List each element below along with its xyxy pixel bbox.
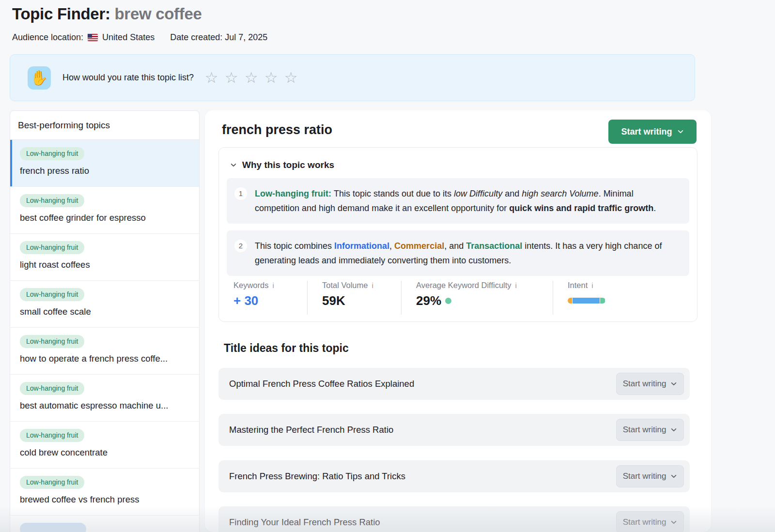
waving-hand-glyph: ✋ (30, 69, 48, 86)
total-volume-value: 59K (322, 293, 401, 308)
keywords-value: + 30 (233, 293, 307, 308)
sidebar-item-light-roast-coffees[interactable]: Low-hanging fruit light roast coffees (10, 234, 199, 281)
rating-banner: ✋ How would you rate this topic list? ☆ … (10, 54, 695, 101)
title-idea-text: Mastering the Perfect French Press Ratio (229, 425, 393, 435)
audience-location-label: Audience location: (12, 32, 83, 43)
header-meta: Audience location: United States Date cr… (12, 32, 448, 43)
topic-badge: Low-hanging fruit (20, 429, 84, 442)
topic-badge: Low-hanging fruit (20, 476, 84, 489)
title-idea-card: Optimal French Press Coffee Ratios Expla… (218, 368, 690, 400)
metric-keywords: Keywordsi + 30 (227, 281, 307, 315)
point2-text: , (389, 241, 394, 251)
title-idea-card: Finding Your Ideal French Press Ratio St… (218, 506, 690, 532)
date-created: Date created: Jul 7, 2025 (170, 32, 267, 43)
rating-stars: ☆ ☆ ☆ ☆ ☆ (202, 70, 301, 85)
chevron-down-icon (670, 473, 677, 480)
intent-informational: Informational (334, 241, 389, 251)
point2-text: This topic combines (255, 241, 334, 251)
chevron-down-icon (670, 519, 677, 526)
info-icon[interactable]: i (272, 281, 274, 289)
info-icon[interactable]: i (515, 281, 517, 289)
rating-question: How would you rate this topic list? (62, 73, 194, 83)
start-writing-button[interactable]: Start writing (616, 373, 684, 395)
point1-bold: quick wins and rapid traffic growth (509, 203, 653, 213)
star-icon[interactable]: ☆ (221, 70, 241, 85)
point-number: 2 (234, 240, 247, 252)
intent-segment-commercial (568, 298, 572, 304)
audience-location-value: United States (102, 32, 155, 43)
title-ideas-heading: Title ideas for this topic (224, 342, 349, 355)
metric-intent: Intenti (553, 281, 605, 315)
sidebar-item-partial[interactable] (10, 516, 199, 532)
page-title: Topic Finder: brew coffee (12, 5, 202, 23)
topic-label: brewed coffee vs french press (20, 494, 191, 505)
topic-label: best automatic espresso machine u... (20, 400, 191, 411)
start-writing-label: Start writing (623, 379, 666, 389)
sidebar-item-best-automatic-espresso-machine[interactable]: Low-hanging fruit best automatic espress… (10, 375, 199, 422)
why-topic-works-header[interactable]: Why this topic works (219, 148, 697, 170)
topic-badge: Low-hanging fruit (20, 288, 84, 301)
intent-label: Intent (568, 281, 588, 290)
point2-text: , and (444, 241, 466, 251)
start-writing-button[interactable]: Start writing (616, 465, 684, 487)
chevron-down-icon (670, 380, 677, 387)
chevron-down-icon (670, 426, 677, 433)
info-icon[interactable]: i (591, 281, 593, 289)
topic-badge-partial (20, 523, 86, 532)
intent-transactional: Transactional (466, 241, 522, 251)
topic-label: cold brew concentrate (20, 447, 191, 458)
why-topic-works-card: Why this topic works 1 Low-hanging fruit… (218, 147, 698, 322)
difficulty-status-dot (445, 298, 451, 304)
title-idea-text: Optimal French Press Coffee Ratios Expla… (229, 379, 414, 389)
start-writing-button[interactable]: Start writing (616, 419, 684, 441)
sidebar-item-best-coffee-grinder[interactable]: Low-hanging fruit best coffee grinder fo… (10, 187, 199, 234)
title-idea-card: Mastering the Perfect French Press Ratio… (218, 414, 690, 446)
page-title-query: brew coffee (115, 5, 202, 23)
star-icon[interactable]: ☆ (261, 70, 281, 85)
start-writing-button[interactable]: Start writing (616, 511, 684, 532)
star-icon[interactable]: ☆ (281, 70, 301, 85)
topic-label: best coffee grinder for espresso (20, 213, 191, 223)
start-writing-button-primary[interactable]: Start writing (608, 120, 697, 144)
star-icon[interactable]: ☆ (202, 70, 221, 85)
info-icon[interactable]: i (372, 281, 373, 289)
intent-segment-informational (573, 298, 600, 304)
topic-detail-title: french press ratio (222, 122, 332, 137)
point1-text: . (653, 203, 656, 213)
intent-commercial: Commercial (394, 241, 444, 251)
difficulty-label: Average Keyword Difficulty (416, 281, 512, 290)
page-header: Topic Finder: brew coffee Audience locat… (12, 5, 202, 23)
point1-text: and (502, 189, 522, 198)
sidebar-title: Best-performing topics (10, 111, 199, 140)
sidebar-item-brewed-coffee-vs-french-press[interactable]: Low-hanging fruit brewed coffee vs frenc… (10, 469, 199, 516)
topic-badge: Low-hanging fruit (20, 194, 84, 207)
sidebar-item-cold-brew-concentrate[interactable]: Low-hanging fruit cold brew concentrate (10, 422, 199, 469)
us-flag-icon (88, 34, 98, 41)
keywords-label: Keywords (233, 281, 268, 290)
sidebar-item-french-press-ratio[interactable]: Low-hanging fruit french press ratio (10, 140, 199, 187)
topic-finder-page: Topic Finder: brew coffee Audience locat… (0, 0, 775, 532)
chevron-down-icon (230, 162, 237, 168)
topic-label: small coffee scale (20, 306, 191, 317)
difficulty-value: 29% (416, 293, 441, 308)
start-writing-label: Start writing (623, 471, 666, 481)
page-title-prefix: Topic Finder: (12, 5, 115, 23)
point1-italic: high search Volume (522, 189, 598, 198)
topic-badge: Low-hanging fruit (20, 147, 84, 160)
intent-distribution-bar (568, 298, 605, 304)
waving-hand-icon: ✋ (28, 66, 51, 90)
point1-text: This topic stands out due to its (334, 189, 454, 198)
sidebar-item-how-to-operate-french-press[interactable]: Low-hanging fruit how to operate a frenc… (10, 328, 199, 375)
sidebar-item-small-coffee-scale[interactable]: Low-hanging fruit small coffee scale (10, 281, 199, 328)
start-writing-label: Start writing (623, 425, 666, 435)
topic-badge: Low-hanging fruit (20, 335, 84, 348)
start-writing-label: Start writing (621, 127, 672, 137)
why-topic-works-title: Why this topic works (242, 160, 334, 170)
metric-keyword-difficulty: Average Keyword Difficultyi 29% (401, 281, 553, 315)
why-point-2: 2 This topic combines Informational, Com… (227, 230, 689, 276)
star-icon[interactable]: ☆ (241, 70, 261, 85)
chevron-down-icon (677, 128, 684, 135)
title-idea-card: French Press Brewing: Ratio Tips and Tri… (218, 460, 690, 492)
why-point-1: 1 Low-hanging fruit: This topic stands o… (227, 178, 689, 224)
metric-total-volume: Total Volumei 59K (307, 281, 401, 315)
